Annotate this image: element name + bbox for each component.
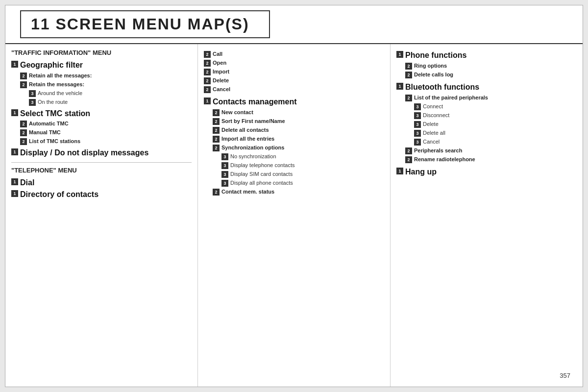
phone-functions-item: 1 Phone functions (396, 50, 577, 61)
display-sim-item: 3 Display SIM card contacts (204, 171, 384, 178)
on-route-label: On the route (38, 98, 68, 105)
contact-mem-item: 2 Contact mem. status (204, 188, 384, 196)
page-number: 357 (560, 372, 570, 379)
badge-2-sync: 2 (213, 145, 220, 151)
badge-2-paired: 2 (405, 95, 412, 101)
bluetooth-item: 1 Bluetooth functions (396, 82, 577, 93)
geo-filter-label: Geographic filter (20, 60, 83, 71)
badge-2e: 2 (20, 138, 27, 145)
badge-3-btdel: 3 (414, 121, 421, 128)
delete-all-item: 2 Delete all contacts (204, 126, 384, 134)
column-1: "TRAFFIC INFORMATION" MENU 1 Geographic … (5, 44, 198, 387)
import-all-label: Import all the entries (221, 135, 274, 142)
directory-item: 1 Directory of contacts (11, 190, 192, 200)
content-area: "TRAFFIC INFORMATION" MENU 1 Geographic … (5, 44, 583, 387)
sync-options-item: 2 Synchronization options (204, 144, 384, 151)
badge-2b: 2 (20, 81, 27, 88)
page-title: 11 SCREEN MENU MAP(S) (31, 15, 249, 33)
bt-disconnect-label: Disconnect (423, 112, 449, 119)
ring-options-item: 2 Ring options (396, 62, 577, 70)
column-2: 2 Call 2 Open 2 Import 2 Delete 2 Cancel… (198, 44, 391, 387)
display-all-item: 3 Display all phone contacts (204, 179, 384, 187)
badge-2a: 2 (20, 73, 27, 79)
call-label: Call (213, 50, 222, 57)
delete-all-label: Delete all contacts (221, 126, 269, 133)
display-all-label: Display all phone contacts (230, 179, 293, 186)
bt-disconnect-item: 3 Disconnect (396, 112, 577, 119)
cancel-item: 2 Cancel (204, 86, 384, 93)
no-sync-item: 3 No synchronization (204, 153, 384, 160)
sort-item: 2 Sort by First name/Name (204, 118, 384, 125)
periph-search-item: 2 Peripherals search (396, 147, 577, 154)
badge-3-btdall: 3 (414, 130, 421, 137)
display-tel-item: 3 Display telephone contacts (204, 162, 384, 169)
select-tmc-item: 1 Select TMC station (11, 109, 192, 119)
badge-3-btdis: 3 (414, 112, 421, 119)
auto-tmc-label: Automatic TMC (29, 120, 69, 127)
badge-1-bt: 1 (396, 83, 403, 90)
display-msg-item: 1 Display / Do not display messages (11, 148, 192, 158)
manual-tmc-label: Manual TMC (29, 129, 61, 136)
open-item: 2 Open (204, 59, 384, 67)
hangup-item: 1 Hang up (396, 167, 577, 177)
badge-1-contacts: 1 (204, 98, 211, 104)
on-route-item: 3 On the route (11, 98, 192, 106)
import-item: 2 Import (204, 68, 384, 75)
call-item: 2 Call (204, 50, 384, 58)
around-vehicle-item: 3 Around the vehicle (11, 90, 192, 97)
badge-2-new: 2 (213, 109, 220, 116)
geo-filter-item: 1 Geographic filter (11, 60, 192, 71)
badge-2-mem: 2 (213, 189, 220, 196)
bt-delete-label: Delete (423, 121, 439, 127)
cancel-label: Cancel (213, 86, 230, 93)
display-tel-label: Display telephone contacts (230, 162, 294, 169)
badge-3b: 3 (29, 99, 36, 106)
badge-2-cancel: 2 (204, 86, 211, 93)
badge-2-importall: 2 (213, 136, 220, 143)
list-tmc-item: 2 List of TMC stations (11, 138, 192, 145)
dial-item: 1 Dial (11, 178, 192, 188)
list-tmc-label: List of TMC stations (29, 138, 80, 145)
no-sync-label: No synchronization (230, 153, 276, 160)
badge-1e: 1 (11, 190, 18, 197)
badge-2-import: 2 (204, 69, 211, 75)
bt-connect-item: 3 Connect (396, 103, 577, 110)
new-contact-item: 2 New contact (204, 109, 384, 116)
bt-delete-item: 3 Delete (396, 121, 577, 128)
select-tmc-label: Select TMC station (20, 109, 90, 119)
import-label: Import (213, 68, 229, 75)
badge-3-all: 3 (221, 180, 228, 187)
badge-2-periph: 2 (405, 147, 412, 154)
sync-options-label: Synchronization options (221, 144, 284, 151)
contacts-mgmt-item: 1 Contacts management (204, 97, 384, 107)
paired-list-label: List of the paired peripherals (414, 94, 488, 101)
retain-msg-item: 2 Retain the messages: (11, 81, 192, 88)
import-all-item: 2 Import all the entries (204, 135, 384, 143)
bt-deleteall-item: 3 Delete all (396, 129, 577, 137)
badge-2-delete: 2 (204, 77, 211, 84)
display-msg-label: Display / Do not display messages (20, 148, 148, 158)
badge-2-call: 2 (204, 51, 211, 58)
badge-1-phone: 1 (396, 51, 403, 58)
delete-calls-item: 2 Delete calls log (396, 71, 577, 78)
badge-2-delcalls: 2 (405, 72, 412, 78)
bluetooth-label: Bluetooth functions (405, 82, 479, 93)
badge-1-hangup: 1 (396, 168, 403, 174)
open-label: Open (213, 59, 226, 66)
badge-3-tel: 3 (221, 162, 228, 169)
traffic-menu-title: "TRAFFIC INFORMATION" MENU (11, 49, 192, 57)
title-bar: 11 SCREEN MENU MAP(S) (5, 5, 583, 44)
badge-3-sim: 3 (221, 171, 228, 178)
badge-2-deleteall: 2 (213, 127, 220, 134)
badge-2d: 2 (20, 129, 27, 136)
badge-3-btcon: 3 (414, 103, 421, 110)
telephone-menu-title: "TELEPHONE" MENU (11, 167, 192, 175)
contacts-mgmt-label: Contacts management (213, 97, 297, 107)
badge-2c: 2 (20, 121, 27, 127)
badge-3-btcancel: 3 (414, 139, 421, 146)
badge-3-nosync: 3 (221, 153, 228, 160)
new-contact-label: New contact (221, 109, 253, 116)
rename-radio-label: Rename radiotelephone (414, 156, 475, 163)
badge-2-sort: 2 (213, 118, 220, 125)
periph-search-label: Peripherals search (414, 147, 462, 154)
